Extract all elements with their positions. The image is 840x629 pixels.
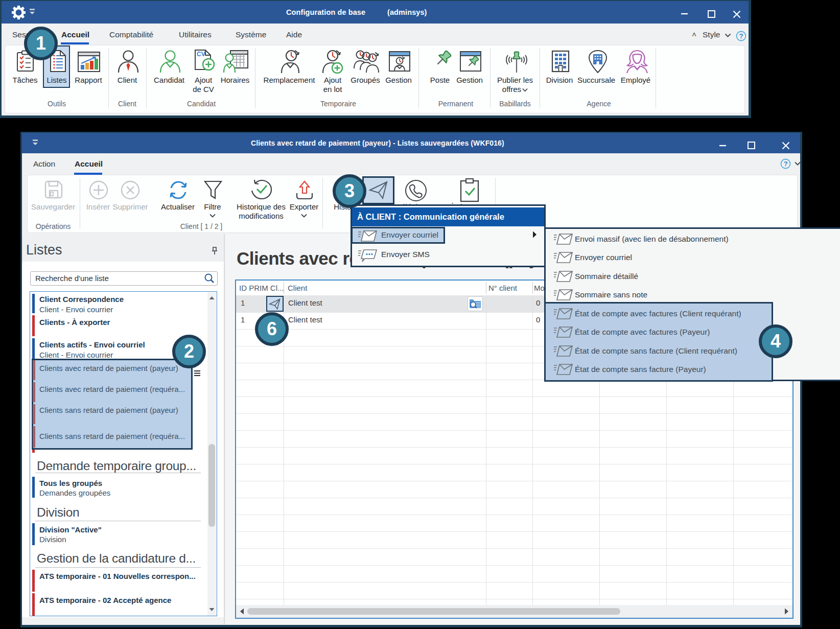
svg-text:?: ?: [783, 160, 787, 168]
svg-text:?: ?: [739, 32, 743, 40]
svg-text:CV: CV: [197, 51, 205, 58]
